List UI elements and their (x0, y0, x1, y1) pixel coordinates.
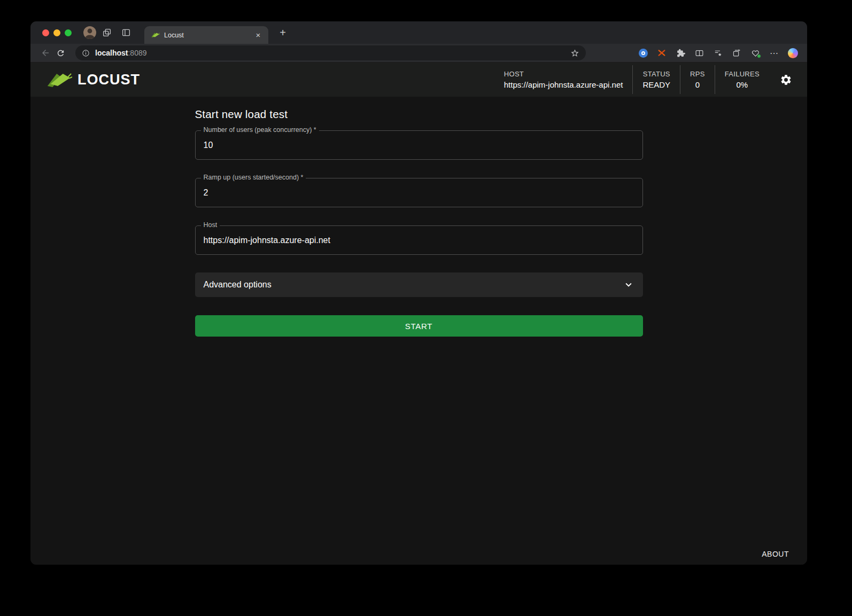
browser-toolbar: localhost:8089 (30, 44, 807, 63)
stat-failures: FAILURES 0% (715, 70, 769, 89)
minimize-window-button[interactable] (53, 29, 60, 36)
extensions-button[interactable] (673, 46, 687, 60)
locust-header: LOCUST HOST https://apim-johnsta.azure-a… (30, 63, 807, 97)
collections-button[interactable] (730, 46, 743, 60)
users-field-label: Number of users (peak concurrency) * (201, 126, 319, 134)
split-screen-button[interactable] (692, 46, 706, 60)
essentials-status-dot (757, 54, 761, 58)
back-button[interactable] (38, 45, 53, 60)
url-text: localhost:8089 (95, 49, 570, 57)
browser-essentials-button[interactable] (748, 46, 762, 60)
workspaces-button[interactable] (98, 25, 115, 41)
toolbar-right-cluster: ⋯ (636, 46, 800, 60)
split-screen-icon (695, 49, 704, 58)
favorites-icon (714, 49, 723, 58)
tab-title: Locust (164, 32, 253, 39)
sidebar-panel-icon (121, 28, 131, 37)
address-bar[interactable]: localhost:8089 (75, 45, 586, 60)
stat-failures-label: FAILURES (725, 70, 760, 78)
stat-status: STATUS READY (633, 70, 680, 89)
host-field: Host (195, 225, 643, 255)
extension-orange-icon (657, 49, 666, 57)
stat-status-value: READY (642, 80, 670, 89)
settings-button[interactable] (780, 74, 792, 86)
start-button[interactable]: START (195, 315, 643, 337)
host-field-label-text: Host (204, 221, 218, 229)
tab-actions-button[interactable] (118, 25, 135, 41)
users-field-label-text: Number of users (peak concurrency) (204, 126, 312, 134)
stat-rps: RPS 0 (680, 70, 715, 89)
gear-icon (780, 74, 792, 86)
page-title: Start new load test (195, 108, 643, 121)
extension-blue-circle-icon (639, 49, 648, 58)
stat-host: HOST https://apim-johnsta.azure-api.net (494, 70, 633, 89)
url-host: localhost (95, 49, 128, 57)
window-controls (42, 29, 72, 36)
favorites-button[interactable] (711, 46, 725, 60)
reload-button[interactable] (53, 45, 68, 60)
ramp-up-field-label-text: Ramp up (users started/second) (204, 174, 299, 181)
stat-host-value: https://apim-johnsta.azure-api.net (504, 80, 623, 89)
tab-close-button[interactable]: × (253, 30, 263, 40)
back-arrow-icon (41, 48, 50, 58)
favorite-star-button[interactable] (570, 49, 579, 58)
advanced-options-accordion[interactable]: Advanced options (195, 272, 643, 297)
stat-failures-value: 0% (725, 80, 760, 89)
locust-brand: LOCUST (45, 71, 140, 89)
advanced-options-label: Advanced options (204, 280, 272, 290)
more-menu-button[interactable]: ⋯ (767, 46, 781, 60)
locust-favicon (151, 32, 160, 38)
browser-tab-locust[interactable]: Locust × (144, 26, 268, 44)
main-content: Start new load test Number of users (pea… (30, 97, 807, 565)
collections-icon (732, 49, 741, 58)
host-field-label: Host (201, 221, 220, 229)
star-icon (570, 49, 579, 58)
person-silhouette-icon (83, 26, 96, 39)
brand-wordmark: LOCUST (78, 72, 140, 88)
copilot-button[interactable] (786, 46, 800, 60)
ramp-up-input[interactable] (196, 178, 642, 207)
locust-logo-icon (45, 71, 72, 89)
url-port: :8089 (128, 49, 146, 57)
header-stats: HOST https://apim-johnsta.azure-api.net … (494, 63, 792, 97)
users-input[interactable] (196, 131, 642, 159)
zoom-window-button[interactable] (65, 29, 72, 36)
copilot-icon (788, 48, 798, 58)
ramp-up-field-label: Ramp up (users started/second) * (201, 174, 306, 181)
browser-window: Locust × + localhost:8089 (30, 21, 807, 565)
about-link[interactable]: ABOUT (762, 550, 789, 558)
ramp-up-field: Ramp up (users started/second) * (195, 178, 643, 207)
pinned-extension-1-button[interactable] (636, 46, 650, 60)
profile-avatar[interactable] (83, 26, 96, 39)
stat-status-label: STATUS (642, 70, 670, 78)
host-input[interactable] (196, 226, 642, 254)
stat-host-label: HOST (504, 70, 623, 78)
required-asterisk: * (314, 126, 316, 134)
close-window-button[interactable] (42, 29, 49, 36)
reload-icon (56, 49, 65, 58)
site-info-icon[interactable] (82, 49, 90, 57)
new-tab-button[interactable]: + (276, 26, 290, 40)
users-field: Number of users (peak concurrency) * (195, 130, 643, 160)
puzzle-extensions-icon (676, 49, 685, 58)
stat-rps-label: RPS (690, 70, 705, 78)
pinned-extension-2-button[interactable] (655, 46, 669, 60)
chevron-down-icon (623, 279, 634, 291)
load-test-form: Start new load test Number of users (pea… (195, 97, 643, 337)
tab-strip: Locust × + (30, 21, 807, 44)
stat-rps-value: 0 (690, 80, 705, 89)
required-asterisk: * (301, 174, 304, 181)
workspaces-icon (102, 28, 112, 37)
